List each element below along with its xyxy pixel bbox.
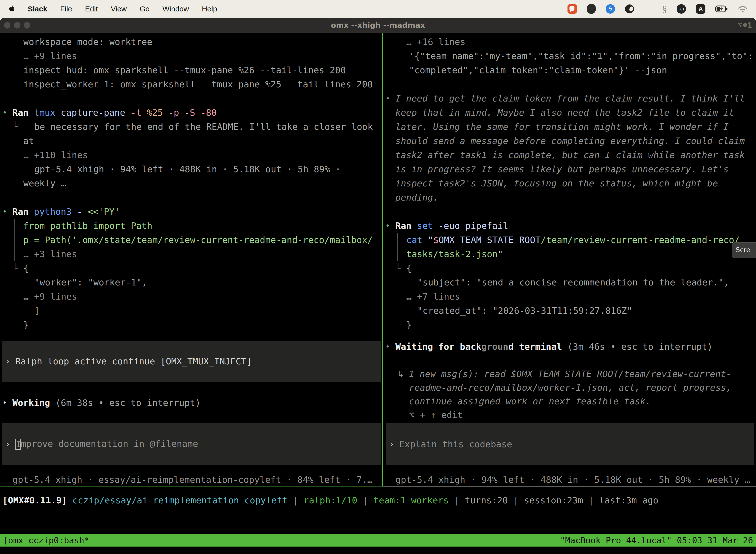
menu-item-help[interactable]: Help: [202, 5, 217, 13]
dots-grid-icon[interactable]: [644, 5, 652, 13]
input-source-icon[interactable]: A: [696, 4, 705, 14]
blue-badge-icon[interactable]: ϟ: [606, 4, 615, 14]
right-prompt-placeholder: Explain this codebase: [399, 439, 512, 449]
apple-menu-icon[interactable]: [9, 5, 15, 12]
waiting-status-block: •Waiting for background terminal (3m 46s…: [383, 340, 756, 422]
window-shortcut-badge: ⌥⌘1: [738, 18, 752, 33]
working-status-line: •Working (6m 38s • esc to interrupt): [0, 396, 382, 410]
battery-icon[interactable]: [715, 5, 728, 12]
prompt-chevron-icon: ›: [386, 439, 394, 449]
tmux-host-clock: "MacBook-Pro-44.local" 05:03 31-Mar-26: [560, 534, 753, 547]
right-pane-scrollback: … +16 lines'{"team_name":"my-team","task…: [383, 35, 756, 332]
terminal-content: workspace_mode: worktree… +9 linesinspec…: [0, 33, 756, 554]
shield-grid-icon[interactable]: [587, 4, 596, 14]
text-cursor: I: [15, 439, 21, 450]
screen: Slack File Edit View Go Window Help ϟ § …: [0, 0, 756, 554]
chevron-icon: ›: [2, 356, 10, 366]
terminal-window: omx --xhigh --madmax ⌥⌘1 workspace_mode:…: [0, 18, 756, 554]
wifi-icon[interactable]: [738, 5, 748, 13]
timer-badge-icon[interactable]: ..61: [677, 4, 686, 14]
left-model-status: gpt-5.4 xhigh · essay/ai-reimplementatio…: [0, 473, 394, 487]
active-pane-bottom-border: [0, 486, 382, 487]
menu-item-go[interactable]: Go: [140, 5, 149, 13]
right-model-status: gpt-5.4 xhigh · 94% left · 488K in · 5.1…: [383, 473, 756, 487]
ralph-loop-text: Ralph loop active continue [OMX_TMUX_INJ…: [15, 356, 252, 366]
chat-app-status-icon[interactable]: [567, 4, 577, 14]
left-pane-scrollback: workspace_mode: worktree… +9 linesinspec…: [0, 35, 382, 332]
prompt-chevron-icon: ›: [2, 439, 10, 449]
omx-session-status-line: [OMX#0.11.9] cczip/essay/ai-reimplementa…: [0, 493, 756, 507]
tmux-status-bar: [omx-cczip0:bash* "MacBook-Pro-44.local"…: [0, 534, 756, 547]
left-prompt-input[interactable]: › Improve documentation in @filename: [2, 423, 381, 465]
tmux-session-window: [omx-cczip0:bash*: [3, 534, 89, 547]
ralph-loop-status-box: › Ralph loop active continue [OMX_TMUX_I…: [2, 341, 381, 382]
right-prompt-input[interactable]: › Explain this codebase: [386, 423, 754, 465]
left-prompt-placeholder: Improve documentation in @filename: [15, 439, 198, 450]
crescent-circle-icon[interactable]: [625, 4, 634, 13]
menu-app-name[interactable]: Slack: [28, 5, 47, 13]
screen-tooltip: Scre: [732, 242, 756, 258]
pane-divider[interactable]: [382, 33, 383, 487]
menu-item-view[interactable]: View: [111, 5, 126, 13]
window-title-bar: omx --xhigh --madmax ⌥⌘1: [0, 18, 756, 33]
menu-item-edit[interactable]: Edit: [85, 5, 98, 13]
menu-item-window[interactable]: Window: [163, 5, 189, 13]
menu-item-file[interactable]: File: [60, 5, 72, 13]
squiggle-icon[interactable]: §: [662, 4, 667, 14]
window-title: omx --xhigh --madmax: [0, 18, 756, 33]
macos-menu-bar: Slack File Edit View Go Window Help ϟ § …: [0, 0, 756, 18]
